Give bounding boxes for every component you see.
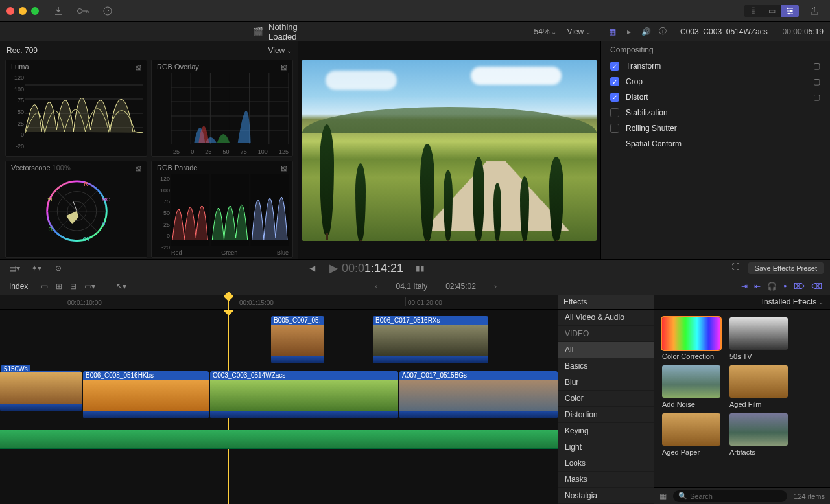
arrow-tool-icon[interactable]: ↖▾ [112, 282, 130, 291]
fx-cat-basics[interactable]: Basics [558, 358, 654, 374]
trim-end-icon[interactable]: ⌫ [811, 282, 822, 291]
scope-settings-icon[interactable]: ▧ [281, 63, 287, 71]
inspector-row-label: Spatial Conform [626, 139, 805, 148]
timeline-clip[interactable]: C003_C003_0514WZacs [210, 371, 398, 418]
main-timecode: ▶ 00:01:14:21 [329, 261, 403, 275]
tools-icon[interactable]: ✦▾ [30, 264, 43, 273]
fx-cat-looks[interactable]: Looks [558, 455, 654, 472]
luma-label: Luma [11, 63, 29, 71]
fx-cat-masks[interactable]: Masks [558, 472, 654, 488]
timeline-clip[interactable]: B006_C017_0516RXs [373, 316, 488, 363]
fx-cat-blur[interactable]: Blur [558, 374, 654, 391]
minimize-window-button[interactable] [19, 7, 27, 15]
checkbox[interactable]: ✓ [610, 62, 619, 71]
viewer-view-dropdown[interactable]: View [567, 27, 591, 36]
fx-item-aged paper[interactable]: Aged Paper [662, 413, 720, 456]
fx-item-aged film[interactable]: Aged Film [729, 365, 788, 408]
snapping-icon[interactable]: ⊙ [52, 264, 65, 273]
playhead-marker[interactable] [228, 295, 229, 310]
inspector-view-icon[interactable] [781, 5, 799, 17]
checkbox[interactable]: ✓ [610, 93, 619, 102]
fx-thumbnail-view-icon[interactable]: ▦ [659, 492, 667, 501]
timeline-view-icon[interactable]: ▭ [763, 5, 781, 17]
browser-view-icon[interactable]: ⦙⦙⦙ [744, 5, 763, 17]
installed-effects-dropdown[interactable]: Installed Effects [762, 297, 824, 307]
fx-cat-distortion[interactable]: Distortion [558, 407, 654, 423]
crop-icon[interactable]: ▢ [812, 77, 821, 86]
viewer-canvas[interactable] [302, 60, 597, 241]
fullscreen-icon[interactable]: ⛶ [729, 262, 742, 274]
clip-title: B005_C007_05… [271, 316, 324, 325]
fx-cat-light[interactable]: Light [558, 439, 654, 455]
inspector-row-transform[interactable]: ✓Transform▢ [601, 58, 830, 74]
effects-search-input[interactable]: 🔍 Search [673, 490, 787, 502]
effects-header: Effects [558, 295, 654, 309]
fx-cat-nostalgia[interactable]: Nostalgia [558, 488, 654, 504]
snap-icon[interactable]: ⁍ [783, 282, 787, 291]
timeline-ruler[interactable]: 00:01:10:0000:01:15:0000:01:20:00 [0, 295, 558, 309]
tl-tool-2-icon[interactable]: ⊞ [52, 282, 66, 291]
background-tasks-icon[interactable] [100, 5, 115, 17]
history-forward-icon[interactable]: › [494, 282, 497, 291]
workspace-switcher[interactable]: ⦙⦙⦙ ▭ [744, 5, 799, 17]
keyword-icon[interactable] [75, 5, 91, 17]
fx-item-color correction[interactable]: Color Correction [662, 317, 720, 360]
inspector-timecode: 00:00:05:19 [783, 27, 824, 36]
timeline-clip[interactable] [0, 371, 82, 411]
inspector-row-spatial conform[interactable]: Spatial Conform [601, 136, 830, 152]
inspector-row-crop[interactable]: ✓Crop▢ [601, 74, 830, 89]
quad-icon[interactable]: ▢ [812, 93, 821, 102]
scope-settings-icon[interactable]: ▧ [281, 164, 287, 172]
fx-cat-color[interactable]: Color [558, 391, 654, 407]
checkbox[interactable] [610, 108, 619, 117]
checkbox[interactable]: ✓ [610, 77, 619, 86]
audio-track[interactable] [0, 430, 558, 449]
fx-cat-all-va[interactable]: All Video & Audio [558, 310, 654, 326]
fx-cat-keying[interactable]: Keying [558, 423, 654, 439]
svg-text:B: B [102, 221, 106, 227]
rect-icon[interactable]: ▢ [812, 62, 821, 71]
timeline-clip[interactable]: B006_C008_0516HKbs [83, 371, 209, 418]
inspector-row-distort[interactable]: ✓Distort▢ [601, 89, 830, 105]
rgb-overlay-scope: RGB Overlay▧ -250255075100125 [151, 60, 293, 157]
zoom-window-button[interactable] [31, 7, 39, 15]
fx-item-50s tv[interactable]: 50s TV [729, 317, 788, 360]
tl-tool-1-icon[interactable]: ▭ [37, 282, 52, 291]
scopes-panel: Rec. 709 View Luma▧ 1201007550250-20 RGB… [0, 41, 298, 259]
prev-frame-icon[interactable]: ◀ [306, 264, 319, 273]
play-pause-icon[interactable]: ▮▮ [414, 264, 427, 273]
scope-settings-icon[interactable]: ▧ [135, 63, 141, 71]
trim-start-icon[interactable]: ⌦ [794, 282, 805, 291]
info-inspector-icon[interactable]: ⓘ [657, 26, 669, 38]
search-placeholder: Search [690, 492, 713, 500]
skimming-icon[interactable]: ⇥ [741, 282, 748, 291]
share-icon[interactable] [805, 5, 824, 17]
filmstrip-inspector-icon[interactable]: ▸ [623, 26, 635, 38]
inspector-row-stabilization[interactable]: Stabilization [601, 105, 830, 120]
history-back-icon[interactable]: ‹ [375, 282, 377, 291]
zoom-dropdown[interactable]: 54% [534, 27, 557, 36]
sub-header: 🎬 Nothing Loaded 54% View ▦ ▸ 🔊 ⓘ C003_C… [0, 22, 830, 41]
fx-item-artifacts[interactable]: Artifacts [729, 413, 788, 456]
rgb-parade-label: RGB Parade [157, 164, 197, 172]
close-window-button[interactable] [6, 7, 14, 15]
checkbox[interactable] [610, 124, 619, 133]
audio-skimming-icon[interactable]: ⇤ [754, 282, 761, 291]
timeline-clip[interactable]: A007_C017_0515BGs [399, 371, 558, 418]
fx-cat-all[interactable]: All [558, 342, 654, 358]
index-button[interactable]: Index [0, 282, 37, 291]
clip-appearance-icon[interactable]: ▤▾ [8, 264, 21, 273]
scopes-view-dropdown[interactable]: View [268, 46, 292, 55]
import-icon[interactable] [51, 5, 66, 17]
tl-tool-3-icon[interactable]: ⊟ [66, 282, 80, 291]
timeline-clip[interactable]: B005_C007_05… [271, 316, 324, 363]
timeline[interactable]: B005_C007_05… B006_C017_0516RXs 5150Ws B… [0, 310, 558, 504]
tl-tool-4-icon[interactable]: ▭▾ [80, 282, 99, 291]
inspector-row-rolling shutter[interactable]: Rolling Shutter [601, 120, 830, 136]
video-inspector-icon[interactable]: ▦ [606, 26, 618, 38]
solo-icon[interactable]: 🎧 [767, 282, 777, 291]
audio-inspector-icon[interactable]: 🔊 [640, 26, 652, 38]
save-effects-preset-button[interactable]: Save Effects Preset [748, 262, 824, 274]
scope-settings-icon[interactable]: ▧ [135, 164, 141, 172]
fx-item-add noise[interactable]: Add Noise [662, 365, 720, 408]
